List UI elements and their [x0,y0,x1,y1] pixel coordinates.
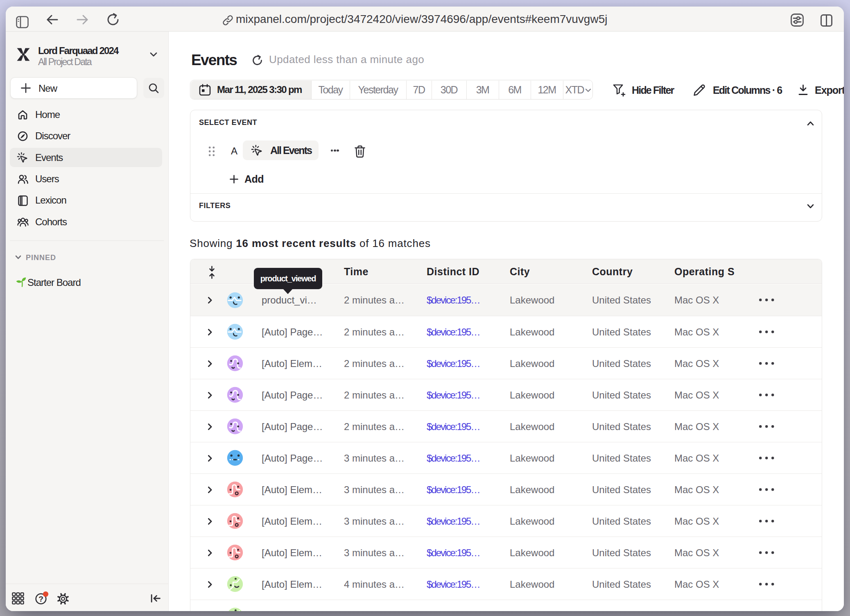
svg-text:?: ? [38,595,43,603]
